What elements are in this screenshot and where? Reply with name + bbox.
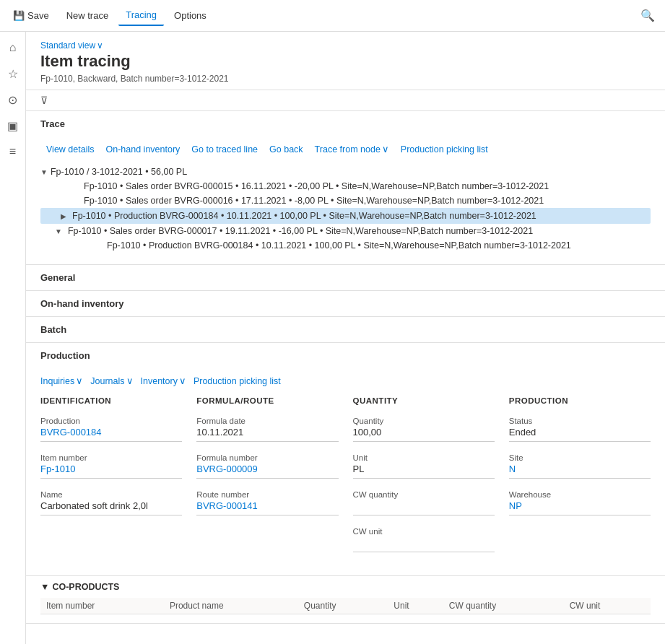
- main-content: Standard view ∨ Item tracing Fp-1010, Ba…: [26, 32, 665, 644]
- trace-section-header[interactable]: Trace: [26, 111, 665, 136]
- name-field: Name Carbonated soft drink 2,0l: [40, 490, 182, 515]
- chevron-down-icon: ∨: [76, 375, 83, 386]
- filter-icon[interactable]: ⊽: [40, 95, 48, 106]
- quantity-value: 100,00: [353, 426, 495, 442]
- prod-picking-list-button[interactable]: Production picking list: [194, 375, 288, 388]
- co-products-table: Item number Product name Quantity Unit C…: [40, 598, 651, 614]
- on-hand-inventory-button[interactable]: On-hand inventory: [100, 143, 186, 156]
- production-field-grid: IDENTIFICATION Production BVRG-000184 It…: [40, 396, 651, 567]
- batch-section-header[interactable]: Batch: [26, 317, 665, 342]
- general-section: General: [26, 265, 665, 291]
- sidebar-favorites-icon[interactable]: ☆: [3, 64, 23, 84]
- production-info-group: PRODUCTION Status Ended Site N Warehouse…: [509, 396, 651, 561]
- cw-quantity-field: CW quantity: [353, 490, 495, 515]
- trace-tree: ▼ Fp-1010 / 3-1012-2021 • 56,00 PL Fp-10…: [40, 162, 651, 256]
- journals-dropdown-button[interactable]: Journals ∨: [90, 374, 140, 388]
- tree-item[interactable]: Fp-1010 • Sales order BVRG-000015 • 16.1…: [40, 179, 651, 193]
- col-cw-unit: CW unit: [564, 598, 651, 614]
- tree-item[interactable]: Fp-1010 • Sales order BVRG-000016 • 17.1…: [40, 193, 651, 208]
- go-to-traced-line-button[interactable]: Go to traced line: [186, 143, 264, 156]
- search-button[interactable]: 🔍: [636, 4, 659, 27]
- status-field: Status Ended: [509, 417, 651, 442]
- sidebar-home-icon[interactable]: ⌂: [3, 38, 23, 58]
- co-products-table-wrapper: Item number Product name Quantity Unit C…: [26, 598, 665, 623]
- formula-number-value[interactable]: BVRG-000009: [196, 463, 338, 479]
- site-field: Site N: [509, 453, 651, 479]
- item-number-field: Item number Fp-1010: [40, 453, 182, 479]
- col-item-number: Item number: [40, 598, 164, 614]
- formula-date-value: 10.11.2021: [196, 426, 338, 442]
- warehouse-field: Warehouse NP: [509, 490, 651, 515]
- chevron-down-icon: ∨: [179, 375, 186, 386]
- quantity-group: QUANTITY Quantity 100,00 Unit PL CW quan…: [353, 396, 495, 561]
- filter-bar: ⊽: [26, 90, 665, 111]
- cw-quantity-value: [353, 500, 495, 515]
- onhand-section: On-hand inventory: [26, 291, 665, 317]
- cw-unit-field: CW unit: [353, 527, 495, 552]
- inventory-dropdown-button[interactable]: Inventory ∨: [141, 374, 194, 388]
- quantity-field: Quantity 100,00: [353, 417, 495, 442]
- expand-icon: ▶: [61, 212, 66, 220]
- production-field: Production BVRG-000184: [40, 417, 182, 442]
- top-bar: 💾 Save New trace Tracing Options 🔍: [0, 0, 665, 32]
- expand-icon: ▼: [55, 227, 62, 235]
- inquiries-dropdown-button[interactable]: Inquiries ∨: [40, 374, 90, 388]
- expand-icon: ▼: [40, 168, 48, 176]
- route-number-value[interactable]: BVRG-000141: [196, 500, 338, 515]
- formula-date-field: Formula date 10.11.2021: [196, 417, 338, 442]
- standard-view-dropdown[interactable]: Standard view ∨: [40, 40, 651, 51]
- save-icon: 💾: [13, 10, 25, 21]
- warehouse-value[interactable]: NP: [509, 500, 651, 515]
- production-section-header[interactable]: Production: [26, 343, 665, 368]
- trace-from-node-button[interactable]: Trace from node ∨: [309, 142, 395, 156]
- chevron-down-icon: ∨: [97, 40, 103, 51]
- trace-toolbar: View details On-hand inventory Go to tra…: [40, 136, 651, 162]
- formula-number-field: Formula number BVRG-000009: [196, 453, 338, 479]
- site-value[interactable]: N: [509, 463, 651, 479]
- unit-value: PL: [353, 463, 495, 479]
- chevron-down-icon: ∨: [382, 144, 389, 155]
- col-quantity: Quantity: [298, 598, 388, 614]
- trace-section-content: View details On-hand inventory Go to tra…: [26, 136, 665, 264]
- production-value[interactable]: BVRG-000184: [40, 426, 182, 442]
- go-back-button[interactable]: Go back: [264, 143, 309, 156]
- production-picking-list-button[interactable]: Production picking list: [395, 143, 494, 156]
- page-header: Standard view ∨ Item tracing Fp-1010, Ba…: [26, 32, 665, 90]
- view-details-button[interactable]: View details: [40, 143, 100, 156]
- col-cw-quantity: CW quantity: [443, 598, 564, 614]
- production-toolbar: Inquiries ∨ Journals ∨ Inventory ∨ Produ…: [40, 368, 651, 396]
- col-product-name: Product name: [164, 598, 298, 614]
- item-number-value[interactable]: Fp-1010: [40, 463, 182, 479]
- col-unit: Unit: [388, 598, 443, 614]
- page-subtitle: Fp-1010, Backward, Batch number=3-1012-2…: [40, 74, 651, 84]
- sidebar-workspaces-icon[interactable]: ▣: [3, 116, 23, 136]
- tree-item[interactable]: ▼ Fp-1010 / 3-1012-2021 • 56,00 PL: [40, 165, 651, 179]
- tracing-button[interactable]: Tracing: [118, 5, 164, 26]
- tree-item[interactable]: Fp-1010 • Production BVRG-000184 • 10.11…: [40, 238, 651, 253]
- sidebar-recent-icon[interactable]: ⊙: [3, 90, 23, 110]
- unit-field: Unit PL: [353, 453, 495, 479]
- page-title: Item tracing: [40, 52, 651, 71]
- tree-item-highlighted[interactable]: ▶ Fp-1010 • Production BVRG-000184 • 10.…: [40, 208, 651, 224]
- production-section: Production Inquiries ∨ Journals ∨ Invent…: [26, 343, 665, 624]
- onhand-section-header[interactable]: On-hand inventory: [26, 291, 665, 316]
- identification-group: IDENTIFICATION Production BVRG-000184 It…: [40, 396, 182, 561]
- save-button[interactable]: 💾 Save: [6, 6, 56, 25]
- sidebar-menu-icon[interactable]: ≡: [3, 142, 23, 162]
- route-number-field: Route number BVRG-000141: [196, 490, 338, 515]
- chevron-down-icon: ∨: [126, 375, 134, 386]
- production-section-content: Inquiries ∨ Journals ∨ Inventory ∨ Produ…: [26, 368, 665, 575]
- collapse-icon: ▼: [40, 582, 49, 592]
- status-value: Ended: [509, 426, 651, 442]
- formula-route-group: FORMULA/ROUTE Formula date 10.11.2021 Fo…: [196, 396, 338, 561]
- batch-section: Batch: [26, 317, 665, 343]
- cw-unit-value: [353, 536, 495, 552]
- co-products-header[interactable]: ▼ CO-PRODUCTS: [26, 575, 665, 598]
- general-section-header[interactable]: General: [26, 265, 665, 290]
- sidebar: ⌂ ☆ ⊙ ▣ ≡: [0, 32, 26, 644]
- name-value: Carbonated soft drink 2,0l: [40, 500, 182, 515]
- new-trace-button[interactable]: New trace: [59, 6, 116, 25]
- trace-section: Trace View details On-hand inventory Go …: [26, 111, 665, 265]
- tree-item[interactable]: ▼ Fp-1010 • Sales order BVRG-000017 • 19…: [40, 224, 651, 238]
- options-button[interactable]: Options: [167, 6, 214, 25]
